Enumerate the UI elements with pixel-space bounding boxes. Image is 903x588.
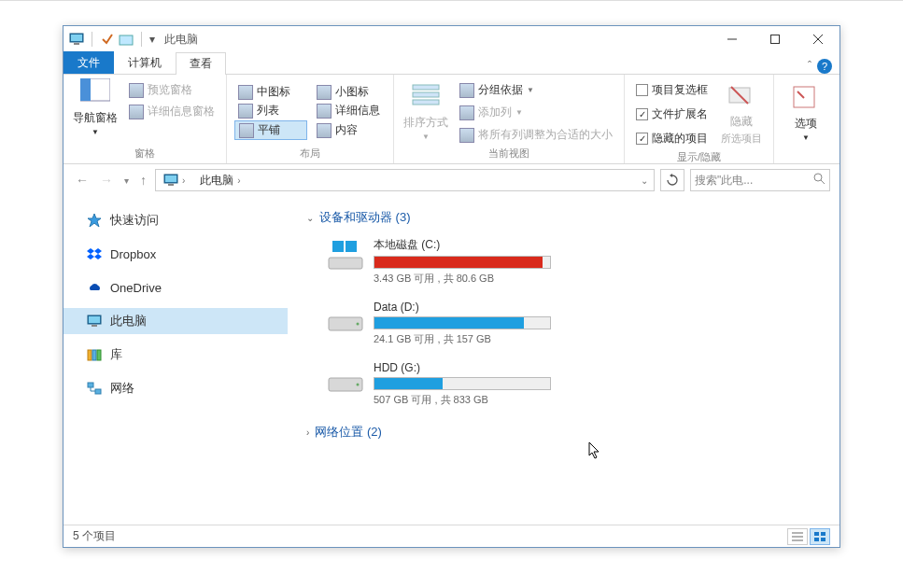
svg-rect-28	[329, 258, 362, 269]
size-columns-icon	[459, 128, 474, 143]
svg-rect-40	[814, 538, 819, 541]
drive-item[interactable]: Data (D:)24.1 GB 可用 , 共 157 GB	[327, 301, 558, 346]
sidebar-item-label: 库	[110, 346, 122, 363]
tab-file[interactable]: 文件	[63, 51, 114, 74]
address-bar[interactable]: › 此电脑 › ⌄	[155, 169, 655, 191]
star-icon	[86, 212, 103, 229]
sidebar-item-label: 网络	[110, 380, 134, 397]
checkbox-checked-icon: ✓	[636, 133, 648, 145]
layout-list[interactable]: 列表	[234, 102, 307, 119]
svg-rect-5	[771, 35, 780, 44]
drive-icon	[327, 237, 364, 274]
sidebar-item-library[interactable]: 库	[63, 342, 288, 368]
svg-rect-9	[80, 78, 91, 101]
sort-by-button[interactable]: 排序方式 ▼	[402, 78, 450, 145]
computer-icon	[69, 32, 84, 47]
titlebar: ▾ 此电脑	[63, 26, 840, 52]
chevron-right-icon: ›	[306, 427, 309, 438]
group-label-layout: 布局	[234, 145, 386, 163]
hide-selected-button[interactable]: 隐藏 所选项目	[717, 78, 766, 148]
window-title: 此电脑	[164, 32, 198, 48]
group-by-button[interactable]: 分组依据 ▼	[456, 80, 616, 100]
pc-icon	[86, 313, 103, 329]
svg-rect-23	[88, 350, 92, 360]
options-button[interactable]: 选项 ▼	[782, 78, 830, 147]
layout-details[interactable]: 详细信息	[313, 102, 386, 119]
tiles-icon	[239, 123, 254, 138]
library-icon	[86, 346, 103, 363]
svg-rect-29	[332, 241, 344, 252]
add-columns-icon	[459, 105, 474, 120]
layout-small-icons[interactable]: 小图标	[313, 83, 386, 101]
drive-item[interactable]: HDD (G:)507 GB 可用 , 共 833 GB	[327, 361, 558, 407]
nav-forward-button[interactable]: →	[97, 173, 116, 188]
help-icon[interactable]: ?	[817, 59, 832, 74]
preview-pane-icon	[129, 83, 144, 98]
search-input[interactable]: 搜索"此电...	[690, 169, 830, 191]
sidebar-item-dropbox[interactable]: Dropbox	[63, 241, 288, 267]
view-details-button[interactable]	[787, 528, 808, 545]
sidebar-item-onedrive[interactable]: OneDrive	[63, 274, 288, 301]
group-label-panes: 窗格	[71, 145, 219, 163]
tab-view[interactable]: 查看	[176, 52, 226, 75]
svg-point-34	[357, 384, 360, 386]
sidebar-item-star[interactable]: 快速访问	[63, 207, 288, 233]
drive-space-bar	[374, 256, 551, 269]
layout-medium-icons[interactable]: 中图标	[234, 83, 307, 101]
svg-rect-27	[95, 389, 101, 394]
drive-name: 本地磁盘 (C:)	[374, 237, 558, 253]
list-icon	[238, 104, 253, 119]
nav-recent-dropdown[interactable]: ▾	[121, 175, 132, 186]
qat-customize-dropdown[interactable]: ▾	[149, 33, 155, 46]
onedrive-icon	[86, 279, 103, 296]
address-dropdown[interactable]: ⌄	[641, 175, 652, 186]
file-ext-toggle[interactable]: ✓ 文件扩展名	[632, 105, 712, 124]
ribbon: 导航窗格 ▼ 预览窗格 详细信息窗格 窗格	[63, 75, 840, 164]
sidebar-item-network[interactable]: 网络	[63, 375, 288, 401]
sidebar-item-pc[interactable]: 此电脑	[63, 308, 288, 334]
details-icon	[317, 104, 332, 119]
group-header-network[interactable]: › 网络位置 (2)	[306, 420, 821, 444]
svg-line-19	[821, 180, 825, 184]
drive-space-bar	[374, 316, 551, 329]
details-pane-button[interactable]: 详细信息窗格	[125, 102, 219, 121]
svg-rect-26	[88, 383, 93, 387]
item-checkboxes-toggle[interactable]: 项目复选框	[632, 80, 712, 100]
refresh-button[interactable]	[660, 169, 684, 191]
hidden-items-toggle[interactable]: ✓ 隐藏的项目	[632, 129, 712, 148]
address-segment[interactable]: 此电脑	[200, 173, 233, 189]
drive-item[interactable]: 本地磁盘 (C:)3.43 GB 可用 , 共 80.6 GB	[327, 237, 558, 286]
nav-pane-label: 导航窗格	[73, 110, 118, 126]
size-columns-button[interactable]: 将所有列调整为合适的大小	[456, 125, 616, 145]
preview-pane-button[interactable]: 预览窗格	[125, 80, 219, 100]
ribbon-tabs: 文件 计算机 查看 ˆ ?	[63, 52, 840, 75]
drive-name: Data (D:)	[374, 301, 558, 314]
sidebar-item-label: OneDrive	[110, 281, 162, 295]
qat-new-folder-icon[interactable]	[119, 32, 134, 47]
minimize-button[interactable]	[711, 26, 754, 52]
svg-rect-3	[120, 35, 133, 45]
svg-point-32	[357, 323, 360, 326]
svg-rect-30	[346, 241, 357, 252]
svg-rect-39	[821, 532, 825, 536]
close-button[interactable]	[797, 26, 840, 52]
group-header-devices[interactable]: ⌄ 设备和驱动器 (3)	[306, 205, 821, 230]
svg-rect-10	[413, 85, 439, 90]
nav-back-button[interactable]: ←	[73, 173, 92, 188]
collapse-ribbon-icon[interactable]: ˆ	[808, 60, 811, 73]
details-pane-icon	[129, 105, 144, 119]
nav-up-button[interactable]: ↑	[137, 173, 149, 188]
svg-rect-24	[92, 350, 96, 360]
search-icon	[813, 173, 825, 188]
tab-computer[interactable]: 计算机	[114, 51, 176, 74]
view-tiles-button[interactable]	[810, 528, 830, 545]
qat-properties-icon[interactable]	[100, 32, 115, 47]
layout-tiles[interactable]: 平铺	[234, 120, 307, 140]
status-item-count: 5 个项目	[73, 528, 116, 544]
chevron-down-icon: ⌄	[306, 213, 314, 223]
nav-row: ← → ▾ ↑ › 此电脑 › ⌄ 搜索"此电...	[63, 164, 840, 196]
nav-pane-button[interactable]: 导航窗格 ▼	[71, 78, 120, 136]
layout-content[interactable]: 内容	[313, 120, 386, 140]
maximize-button[interactable]	[754, 26, 797, 52]
add-columns-button[interactable]: 添加列 ▼	[456, 103, 616, 122]
